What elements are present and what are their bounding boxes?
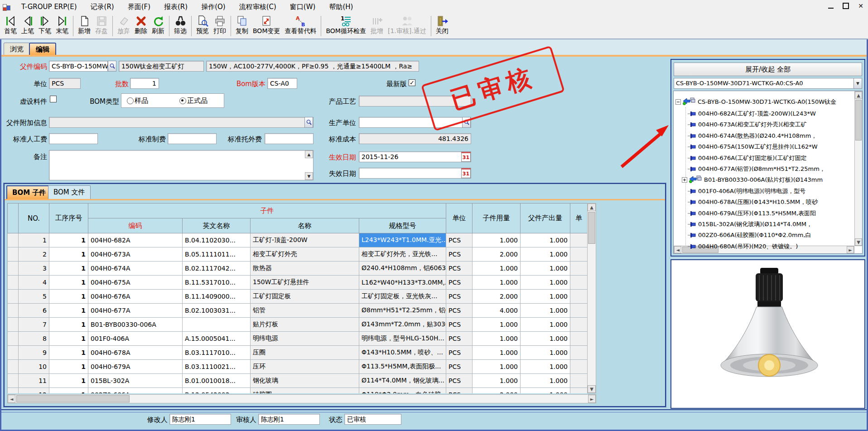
cell-qty[interactable]: 2.000 (473, 388, 521, 394)
tree-node-8[interactable]: 001F0-406A(明纬电源)(明纬电源，型号 (687, 186, 805, 197)
tree-node-9[interactable]: 004H0-678A(压圈)(Φ143*H10.5MM，喷砂 (687, 197, 818, 208)
cell-en-name[interactable]: B.03.1117010... (183, 346, 251, 360)
cell-name[interactable]: 150W工矿灯悬挂件 (251, 276, 359, 290)
cell-seq[interactable]: 1 (49, 318, 88, 332)
parent-extra-field[interactable] (49, 117, 313, 128)
cell-unit[interactable]: PCS (446, 374, 473, 388)
cell-unit[interactable]: PCS (446, 388, 473, 394)
modifier-field[interactable]: 陈志刚1 (169, 414, 231, 425)
cell-parent-qty[interactable]: 1.000 (521, 233, 570, 247)
cell-name[interactable]: 钢化玻璃 (251, 374, 359, 388)
cell-en-name[interactable]: B.12.0542002... (183, 388, 251, 394)
cell-no[interactable]: 12 (19, 388, 49, 394)
menu-item-6[interactable]: 流程审核(C) (232, 1, 283, 13)
toolbar-nav-last-button[interactable]: 末笔 (53, 14, 71, 39)
cell-code[interactable]: 004H0-675A (88, 276, 183, 290)
cell-en-name[interactable]: B.11.5317010... (183, 276, 251, 290)
tree-node-2[interactable]: 004H0-673A(相变工矿灯外壳)(相变工矿 (687, 119, 806, 130)
cell-name[interactable]: 工矿灯-顶盖-200W (251, 233, 359, 247)
row-indicator-cell[interactable] (8, 318, 19, 332)
scroll-up-icon[interactable]: ▲ (588, 203, 596, 211)
cell-code[interactable]: 004H0-679A (88, 360, 183, 374)
cell-parent-qty[interactable]: 1.000 (521, 332, 570, 346)
toolbar-copy-button[interactable]: 复制 (233, 14, 251, 39)
cell-name[interactable]: 铝管 (251, 304, 359, 318)
cell-extra[interactable] (570, 360, 588, 374)
cell-unit[interactable]: PCS (446, 318, 473, 332)
cell-extra[interactable] (570, 388, 588, 394)
virtual-part-checkbox[interactable] (50, 96, 57, 102)
expire-calendar-button[interactable]: 31 (461, 168, 471, 178)
cell-no[interactable]: 11 (19, 374, 49, 388)
minimize-button[interactable] (828, 3, 834, 9)
row-indicator-cell[interactable] (8, 360, 19, 374)
radio-sample[interactable] (127, 97, 134, 104)
menu-item-3[interactable]: 界面(F) (121, 1, 157, 13)
cell-extra[interactable] (570, 346, 588, 360)
restore-button[interactable] (843, 3, 849, 9)
cell-no[interactable]: 3 (19, 262, 49, 276)
toolbar-exit-door-button[interactable]: 关闭 (434, 14, 451, 39)
cell-seq[interactable]: 1 (49, 233, 88, 247)
cell-name[interactable]: 贴片灯板 (251, 318, 359, 332)
row-indicator-cell[interactable] (8, 233, 19, 247)
cell-seq[interactable]: 1 (49, 304, 88, 318)
cell-seq[interactable]: 1 (49, 276, 88, 290)
scrollbar-thumb[interactable] (16, 395, 130, 402)
cell-parent-qty[interactable]: 1.000 (521, 304, 570, 318)
cell-name[interactable]: 相变工矿灯外壳 (251, 247, 359, 262)
cell-extra[interactable] (570, 318, 588, 332)
cell-spec[interactable]: Ø114*T4.0MM，钢化玻璃... (359, 374, 446, 388)
cell-qty[interactable]: 1.000 (473, 360, 521, 374)
cell-extra[interactable] (570, 276, 588, 290)
cell-en-name[interactable]: B.04.1102030... (183, 233, 251, 247)
auditor-field[interactable]: 陈志刚1 (258, 414, 320, 425)
toolbar-bom-change-button[interactable]: BOM变更 (251, 14, 282, 39)
cell-code[interactable]: 004H0-674A (88, 262, 183, 276)
toolbar-preview-button[interactable]: 预览 (194, 14, 211, 39)
expand-collapse-all-button[interactable]: 展开/收起 全部 (674, 63, 862, 76)
tree-node-5[interactable]: 004H0-676A(工矿灯固定板)(工矿灯固定 (687, 153, 806, 164)
row-indicator-cell[interactable] (8, 262, 19, 276)
row-indicator-cell[interactable] (8, 290, 19, 304)
cell-no[interactable]: 8 (19, 332, 49, 346)
batch-input[interactable]: 1 (130, 78, 159, 89)
cell-qty[interactable]: 1.000 (473, 276, 521, 290)
remark-textarea[interactable]: ▲ ▼ (49, 150, 313, 180)
cell-unit[interactable]: PCS (446, 360, 473, 374)
bom-version-input[interactable]: CS-A0 (267, 78, 297, 89)
effective-date-input[interactable]: 2015-11-26 (359, 151, 471, 162)
cell-spec[interactable]: Ø240.4*H108mm，铝6063... (359, 262, 446, 276)
cell-parent-qty[interactable]: 1.000 (521, 374, 570, 388)
cell-no[interactable]: 6 (19, 304, 49, 318)
tab-browse[interactable]: 浏览 (4, 43, 30, 55)
cell-seq[interactable]: 1 (49, 388, 88, 394)
tree-node-7[interactable]: B01-BYB00330-006A(贴片灯板)(Ø143mm (682, 174, 823, 185)
cell-en-name[interactable]: B.03.1110021... (183, 360, 251, 374)
cell-name[interactable]: 明纬电源 (251, 332, 359, 346)
cell-code[interactable]: 015BL-302A (88, 374, 183, 388)
cell-unit[interactable]: PCS (446, 332, 473, 346)
cell-parent-qty[interactable]: 1.000 (521, 276, 570, 290)
grid-horizontal-scrollbar[interactable]: ◄ ► (7, 394, 596, 403)
cell-name[interactable]: 工矿灯固定板 (251, 290, 359, 304)
scroll-down-icon[interactable]: ▼ (588, 385, 596, 393)
parent-code-lookup-button[interactable] (108, 61, 116, 72)
cell-qty[interactable]: 2.000 (473, 247, 521, 262)
cell-unit[interactable]: PCS (446, 346, 473, 360)
cell-en-name[interactable]: B.02.1117042... (183, 262, 251, 276)
cell-name[interactable]: 压环 (251, 360, 359, 374)
cell-code[interactable]: 004H0-678A (88, 346, 183, 360)
cell-spec[interactable]: L162*W40*H133*T3.0MM,... (359, 276, 446, 290)
cell-unit[interactable]: PCS (446, 276, 473, 290)
toolbar-nav-prev-button[interactable]: 上笔 (19, 14, 36, 39)
grid-vertical-scrollbar[interactable]: ▲ ▼ (587, 203, 596, 393)
toolbar-substitute-ab-button[interactable]: AB查看替代料 (282, 14, 318, 39)
tree-root-node[interactable]: CS-BYB-O-150MW-30D71-WCTKG-A0(150W钛金 (675, 97, 836, 107)
tree-node-11[interactable]: 015BL-302A(钢化玻璃)(Ø114*T4.0MM， (687, 219, 812, 230)
parent-code-input[interactable]: CS-BYB-O-150MW-3 (49, 61, 108, 72)
tab-bom-files[interactable]: BOM 文件 (48, 185, 91, 199)
tree-node-10[interactable]: 004H0-679A(压环)(Φ113.5*H5MM,表面阳 (687, 208, 816, 219)
toolbar-binoculars-button[interactable]: 筛选 (172, 14, 189, 39)
cell-code[interactable]: 004H0-677A (88, 304, 183, 318)
